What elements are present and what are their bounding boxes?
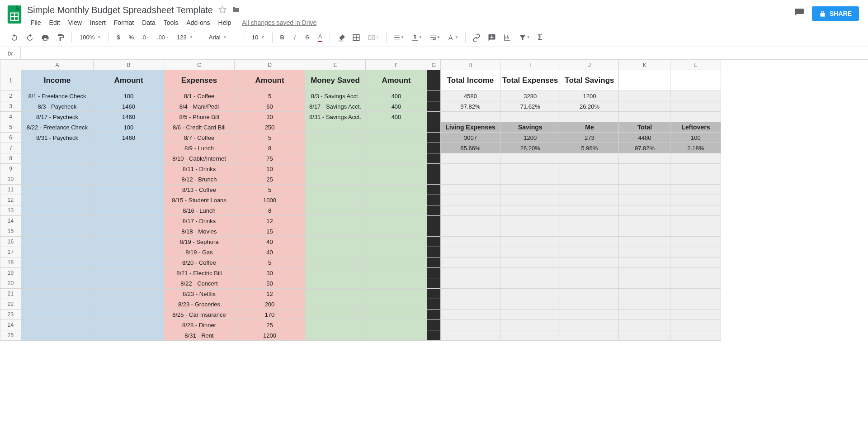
text-color-button[interactable]: A [314, 31, 326, 44]
cell-A20[interactable] [21, 278, 94, 289]
cell-K24[interactable] [619, 320, 670, 330]
zoom-select[interactable]: 100%▼ [75, 32, 105, 43]
cell-C2[interactable]: 8/1 - Coffee [164, 91, 235, 101]
cell-L25[interactable] [670, 330, 721, 341]
cell-H12[interactable] [441, 195, 500, 205]
cell-L1[interactable] [670, 70, 721, 91]
cell-I14[interactable] [500, 216, 560, 226]
cell-K18[interactable] [619, 257, 670, 268]
spreadsheet-grid[interactable]: ABCDEFGHIJKL1IncomeAmountExpensesAmountM… [0, 60, 868, 341]
cell-K20[interactable] [619, 278, 670, 289]
document-title[interactable]: Simple Monthly Budget Spreadsheet Templa… [27, 5, 213, 15]
col-header-E[interactable]: E [305, 60, 366, 70]
cell-C16[interactable]: 8/19 - Sephora [164, 237, 235, 247]
cell-A11[interactable] [21, 185, 94, 195]
cell-E22[interactable] [305, 299, 366, 310]
cell-G15[interactable] [427, 226, 441, 237]
cell-G10[interactable] [427, 174, 441, 185]
cell-G13[interactable] [427, 205, 441, 216]
cell-D17[interactable]: 40 [235, 247, 305, 257]
cell-I1[interactable]: Total Expenses [500, 70, 560, 91]
italic-button[interactable]: I [289, 31, 301, 44]
cell-J12[interactable] [560, 195, 619, 205]
cell-F15[interactable] [366, 226, 427, 237]
cell-J6[interactable]: 273 [560, 133, 619, 143]
col-header-B[interactable]: B [94, 60, 164, 70]
cell-A6[interactable]: 8/31 - Paycheck [21, 133, 94, 143]
cell-K5[interactable]: Total [619, 122, 670, 133]
cell-K16[interactable] [619, 237, 670, 247]
cell-L14[interactable] [670, 216, 721, 226]
cell-B7[interactable] [94, 143, 164, 153]
cell-K8[interactable] [619, 153, 670, 164]
borders-button[interactable] [349, 31, 363, 44]
cell-D18[interactable]: 5 [235, 257, 305, 268]
cell-J25[interactable] [560, 330, 619, 341]
col-header-K[interactable]: K [619, 60, 670, 70]
cell-L23[interactable] [670, 310, 721, 320]
cell-I4[interactable] [500, 112, 560, 122]
cell-E18[interactable] [305, 257, 366, 268]
cell-D2[interactable]: 5 [235, 91, 305, 101]
cell-B23[interactable] [94, 310, 164, 320]
cell-K1[interactable] [619, 70, 670, 91]
filter-button[interactable]: ▼ [515, 31, 533, 44]
cell-B3[interactable]: 1460 [94, 101, 164, 112]
cell-L19[interactable] [670, 268, 721, 278]
cell-D14[interactable]: 12 [235, 216, 305, 226]
cell-K4[interactable] [619, 112, 670, 122]
chart-button[interactable] [500, 31, 514, 44]
row-header-16[interactable]: 16 [0, 237, 21, 247]
cell-E20[interactable] [305, 278, 366, 289]
cell-G17[interactable] [427, 247, 441, 257]
fill-color-button[interactable] [334, 31, 348, 44]
cell-C19[interactable]: 8/21 - Electric Bill [164, 268, 235, 278]
cell-E14[interactable] [305, 216, 366, 226]
cell-D5[interactable]: 250 [235, 122, 305, 133]
cell-B16[interactable] [94, 237, 164, 247]
cell-H9[interactable] [441, 164, 500, 174]
cell-B1[interactable]: Amount [94, 70, 164, 91]
cell-H6[interactable]: 3007 [441, 133, 500, 143]
cell-D9[interactable]: 10 [235, 164, 305, 174]
row-header-5[interactable]: 5 [0, 122, 21, 133]
cell-G12[interactable] [427, 195, 441, 205]
font-select[interactable]: Arial▼ [205, 32, 240, 43]
cell-J13[interactable] [560, 205, 619, 216]
cell-K10[interactable] [619, 174, 670, 185]
cell-D21[interactable]: 12 [235, 289, 305, 299]
cell-J3[interactable]: 26.20% [560, 101, 619, 112]
cell-H20[interactable] [441, 278, 500, 289]
sheets-logo[interactable] [5, 4, 24, 27]
cell-D23[interactable]: 170 [235, 310, 305, 320]
cell-F23[interactable] [366, 310, 427, 320]
cell-A9[interactable] [21, 164, 94, 174]
cell-J7[interactable]: 5.96% [560, 143, 619, 153]
cell-K15[interactable] [619, 226, 670, 237]
row-header-19[interactable]: 19 [0, 268, 21, 278]
cell-I3[interactable]: 71.62% [500, 101, 560, 112]
cell-B12[interactable] [94, 195, 164, 205]
cell-F9[interactable] [366, 164, 427, 174]
cell-G21[interactable] [427, 289, 441, 299]
row-header-7[interactable]: 7 [0, 143, 21, 153]
cell-A7[interactable] [21, 143, 94, 153]
folder-icon[interactable] [232, 5, 240, 15]
cell-C22[interactable]: 8/23 - Groceries [164, 299, 235, 310]
cell-K22[interactable] [619, 299, 670, 310]
row-header-24[interactable]: 24 [0, 320, 21, 330]
cell-F6[interactable] [366, 133, 427, 143]
font-size-select[interactable]: 10▼ [248, 32, 269, 43]
merge-button[interactable]: ▼ [364, 31, 382, 44]
cell-L16[interactable] [670, 237, 721, 247]
currency-button[interactable]: $ [113, 31, 124, 44]
cell-I19[interactable] [500, 268, 560, 278]
menu-edit[interactable]: Edit [46, 17, 64, 28]
cell-J15[interactable] [560, 226, 619, 237]
cell-C15[interactable]: 8/18 - Movies [164, 226, 235, 237]
save-status[interactable]: All changes saved in Drive [242, 19, 316, 26]
cell-J21[interactable] [560, 289, 619, 299]
cell-F8[interactable] [366, 153, 427, 164]
cell-E3[interactable]: 8/17 - Savings Acct. [305, 101, 366, 112]
cell-G7[interactable] [427, 143, 441, 153]
